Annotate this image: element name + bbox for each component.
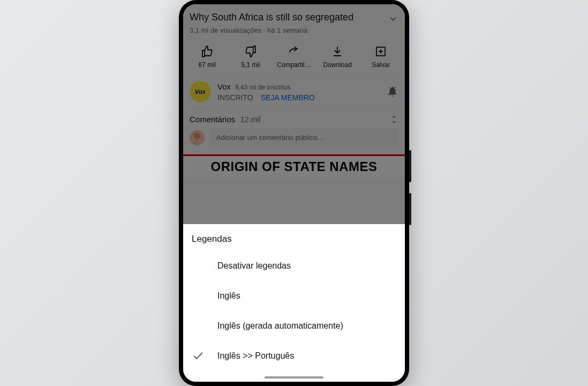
home-indicator[interactable] [265, 376, 323, 378]
captions-bottom-sheet: Legendas Desativar legendas Inglês Inglê… [183, 224, 405, 382]
caption-option-off[interactable]: Desativar legendas [183, 251, 405, 281]
phone-side-button [409, 193, 411, 225]
caption-option-english-portuguese[interactable]: Inglês >> Português [183, 341, 405, 371]
caption-option-english[interactable]: Inglês [183, 281, 405, 311]
screen: Why South Africa is still so segregated … [183, 4, 405, 382]
check-icon [192, 350, 205, 362]
caption-option-label: Desativar legendas [217, 261, 291, 271]
caption-option-label: Inglês >> Português [217, 351, 294, 361]
caption-option-label: Inglês (gerada automaticamente) [217, 321, 343, 331]
phone-frame: Why South Africa is still so segregated … [179, 0, 409, 386]
caption-option-english-auto[interactable]: Inglês (gerada automaticamente) [183, 311, 405, 341]
sheet-title: Legendas [183, 224, 405, 251]
phone-side-button [409, 150, 411, 182]
caption-option-label: Inglês [217, 291, 240, 301]
